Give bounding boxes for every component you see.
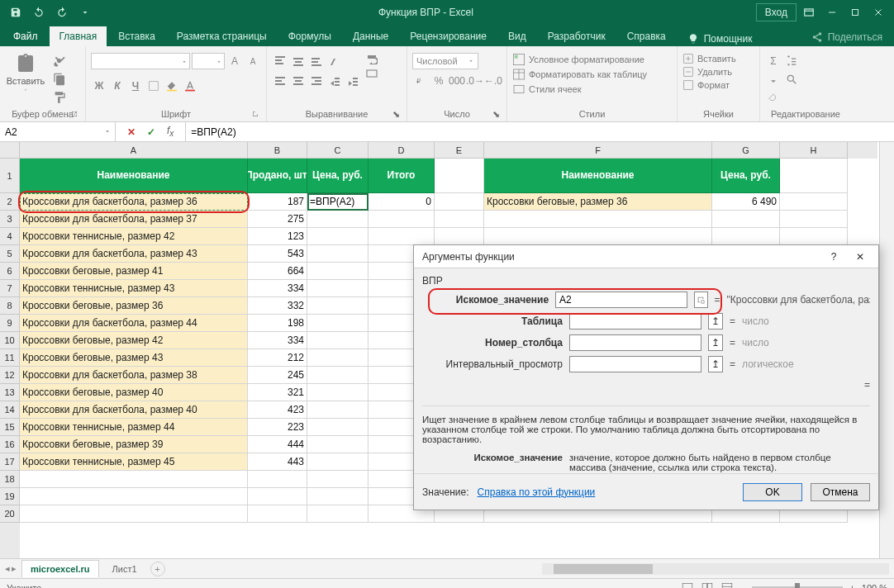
insert-function-icon[interactable]: fx bbox=[167, 125, 174, 138]
scrollbar-thumb[interactable] bbox=[554, 564, 653, 574]
cell[interactable] bbox=[435, 211, 484, 228]
sheet-tab-active[interactable]: microexcel.ru bbox=[21, 560, 99, 577]
cell[interactable] bbox=[248, 471, 307, 488]
col-C[interactable]: C bbox=[307, 142, 369, 159]
font-name-select[interactable] bbox=[91, 53, 190, 69]
cell-name[interactable]: Кроссовки для баскетбола, размер 37 bbox=[20, 211, 248, 228]
cell-sold[interactable]: 275 bbox=[248, 211, 307, 228]
cell-sold[interactable]: 543 bbox=[248, 245, 307, 263]
cell-name2[interactable]: Кроссовки беговые, размер 36 bbox=[484, 193, 712, 211]
cell-price[interactable] bbox=[307, 419, 369, 436]
merge-button[interactable] bbox=[366, 68, 378, 79]
dialog-close-icon[interactable]: ✕ bbox=[847, 247, 873, 267]
row-17[interactable]: 17 bbox=[0, 453, 20, 471]
decrease-indent-icon[interactable] bbox=[326, 73, 343, 89]
cell-price[interactable]: =ВПР(A2) bbox=[307, 193, 369, 211]
row-13[interactable]: 13 bbox=[0, 384, 20, 401]
row-12[interactable]: 12 bbox=[0, 367, 20, 384]
cell-price[interactable] bbox=[307, 384, 369, 401]
percent-icon[interactable]: % bbox=[430, 73, 447, 89]
cell-sold[interactable]: 443 bbox=[248, 453, 307, 471]
view-normal-icon[interactable] bbox=[681, 581, 694, 589]
cell-sold[interactable]: 664 bbox=[248, 263, 307, 280]
cell-price2[interactable] bbox=[712, 211, 780, 228]
align-top-icon[interactable] bbox=[272, 53, 288, 69]
col-E[interactable]: E bbox=[435, 142, 484, 159]
cell[interactable] bbox=[307, 471, 369, 488]
font-dialog-icon[interactable] bbox=[250, 108, 261, 120]
cell[interactable] bbox=[780, 228, 848, 245]
cell[interactable] bbox=[20, 471, 248, 488]
arg-input-lookup-value[interactable] bbox=[555, 292, 687, 308]
collapse-dialog-icon[interactable]: ↥ bbox=[708, 334, 723, 351]
grow-font-icon[interactable]: A bbox=[226, 53, 243, 69]
cell-total[interactable] bbox=[369, 228, 435, 245]
clear-icon[interactable] bbox=[765, 89, 782, 106]
share-button[interactable]: Поделиться bbox=[803, 28, 891, 46]
fill-color-icon[interactable] bbox=[164, 78, 180, 94]
row-14[interactable]: 14 bbox=[0, 401, 20, 419]
login-button[interactable]: Вход bbox=[756, 3, 797, 21]
align-dialog-icon[interactable]: ⬊ bbox=[390, 108, 402, 120]
save-icon[interactable] bbox=[5, 2, 26, 22]
row-16[interactable]: 16 bbox=[0, 436, 20, 453]
cut-icon[interactable] bbox=[51, 53, 68, 69]
decrease-decimal-icon[interactable]: ←.0 bbox=[485, 73, 502, 89]
autosum-icon[interactable]: Σ bbox=[765, 53, 782, 69]
row-4[interactable]: 4 bbox=[0, 228, 20, 245]
tab-review[interactable]: Рецензирование bbox=[400, 26, 497, 46]
accept-formula-icon[interactable]: ✓ bbox=[147, 126, 155, 138]
align-right-icon[interactable] bbox=[308, 73, 325, 89]
arg-input-range-lookup[interactable] bbox=[569, 356, 701, 372]
tab-page-layout[interactable]: Разметка страницы bbox=[167, 26, 277, 46]
collapse-dialog-icon[interactable]: ↥ bbox=[708, 313, 723, 330]
ribbon-mode-icon[interactable] bbox=[798, 2, 820, 22]
cell-name[interactable]: Кроссовки беговые, размер 40 bbox=[20, 384, 248, 401]
hdr-name[interactable]: Наименование bbox=[20, 159, 248, 193]
arg-input-col-index[interactable] bbox=[569, 334, 701, 351]
tab-formulas[interactable]: Формулы bbox=[278, 26, 341, 46]
underline-button[interactable]: Ч bbox=[127, 78, 144, 94]
cancel-formula-icon[interactable]: ✕ bbox=[127, 126, 136, 138]
cell-price[interactable] bbox=[307, 315, 369, 332]
tab-developer[interactable]: Разработчик bbox=[538, 26, 616, 46]
cell-name[interactable]: Кроссовки теннисные, размер 45 bbox=[20, 453, 248, 471]
cell-price2[interactable] bbox=[712, 228, 780, 245]
hdr-price2[interactable]: Цена, руб. bbox=[712, 159, 780, 193]
row-1[interactable]: 1 bbox=[0, 159, 20, 193]
undo-icon[interactable] bbox=[28, 2, 50, 22]
italic-button[interactable]: К bbox=[109, 78, 126, 94]
row-3[interactable]: 3 bbox=[0, 211, 20, 228]
cell-name[interactable]: Кроссовки для баскетбола, размер 36 bbox=[20, 193, 248, 211]
number-dialog-icon[interactable]: ⬊ bbox=[490, 108, 502, 120]
cell-price[interactable] bbox=[307, 367, 369, 384]
cell-name[interactable]: Кроссовки для баскетбола, размер 40 bbox=[20, 401, 248, 419]
col-A[interactable]: A bbox=[20, 142, 248, 159]
tab-file[interactable]: Файл bbox=[3, 26, 48, 46]
dialog-titlebar[interactable]: Аргументы функции ? ✕ bbox=[414, 245, 878, 268]
row-19[interactable]: 19 bbox=[0, 488, 20, 505]
find-icon[interactable] bbox=[783, 71, 800, 88]
number-format-select[interactable]: Числовой bbox=[412, 53, 478, 69]
cell-price[interactable] bbox=[307, 245, 369, 263]
tab-tell-me[interactable]: Помощник bbox=[678, 29, 763, 46]
cell-name[interactable]: Кроссовки беговые, размер 43 bbox=[20, 349, 248, 367]
row-11[interactable]: 11 bbox=[0, 349, 20, 367]
thousands-icon[interactable]: 000 bbox=[449, 73, 465, 89]
cell-sold[interactable]: 334 bbox=[248, 332, 307, 349]
add-sheet-button[interactable]: + bbox=[150, 562, 165, 576]
row-9[interactable]: 9 bbox=[0, 315, 20, 332]
row-15[interactable]: 15 bbox=[0, 419, 20, 436]
cell-price[interactable] bbox=[307, 228, 369, 245]
align-center-icon[interactable] bbox=[290, 73, 307, 89]
cell-total[interactable]: 0 bbox=[369, 193, 435, 211]
col-G[interactable]: G bbox=[712, 142, 780, 159]
tab-home[interactable]: Главная bbox=[50, 26, 107, 46]
border-icon[interactable] bbox=[145, 78, 162, 94]
hdr-name2[interactable]: Наименование bbox=[484, 159, 712, 193]
cell-sold[interactable]: 332 bbox=[248, 297, 307, 315]
cell[interactable] bbox=[780, 193, 848, 211]
zoom-thumb[interactable] bbox=[795, 583, 800, 589]
cell-name[interactable]: Кроссовки беговые, размер 42 bbox=[20, 332, 248, 349]
cell-name[interactable]: Кроссовки теннисные, размер 43 bbox=[20, 280, 248, 297]
